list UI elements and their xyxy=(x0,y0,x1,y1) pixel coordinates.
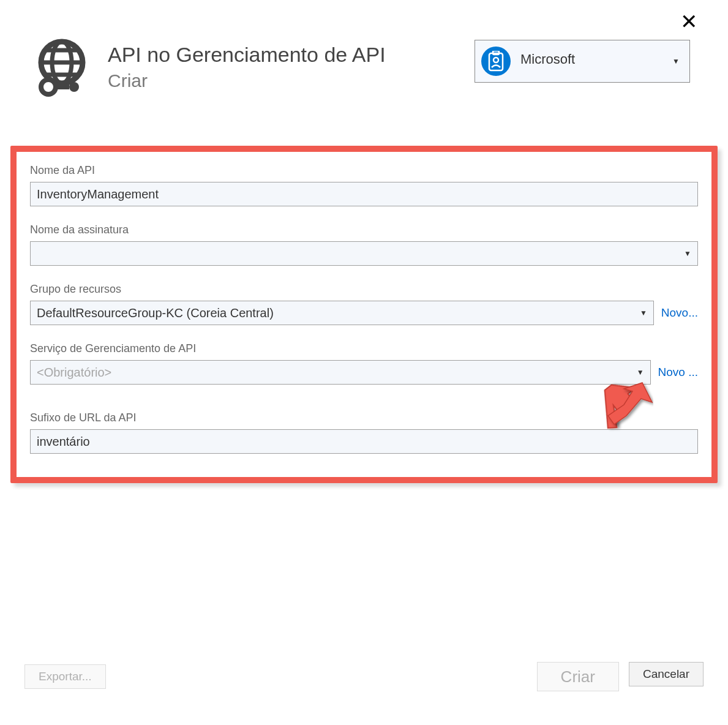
url-suffix-input[interactable] xyxy=(30,429,698,454)
chevron-down-icon: ▼ xyxy=(637,368,644,377)
account-name: Microsoft xyxy=(520,51,662,71)
chevron-down-icon: ▼ xyxy=(640,309,647,317)
chevron-down-icon: ▼ xyxy=(684,249,691,258)
create-button[interactable]: Criar xyxy=(537,662,619,691)
svg-point-5 xyxy=(41,80,56,94)
resource-group-new-link[interactable]: Novo... xyxy=(661,306,698,320)
dialog-footer: Exportar... Criar Cancelar xyxy=(24,662,704,691)
chevron-down-icon: ▼ xyxy=(672,57,680,66)
apim-service-placeholder: <Obrigatório> xyxy=(37,366,111,380)
url-suffix-label: Sufixo de URL da API xyxy=(30,411,698,424)
apim-service-dropdown[interactable]: <Obrigatório> ▼ xyxy=(30,360,651,385)
resource-group-label: Grupo de recursos xyxy=(30,283,698,296)
svg-point-10 xyxy=(493,58,498,62)
resource-group-value: DefaultResourceGroup-KC (Coreia Central) xyxy=(37,306,274,320)
subscription-label: Nome da assinatura xyxy=(30,224,698,236)
apim-service-label: Serviço de Gerenciamento de API xyxy=(30,342,698,355)
close-button[interactable]: ✕ xyxy=(680,11,697,32)
export-button[interactable]: Exportar... xyxy=(24,664,106,689)
subscription-dropdown[interactable]: ▼ xyxy=(30,241,698,266)
account-selector[interactable]: Microsoft ▼ xyxy=(475,40,690,83)
resource-group-dropdown[interactable]: DefaultResourceGroup-KC (Coreia Central)… xyxy=(30,301,654,325)
api-name-input[interactable] xyxy=(30,182,698,206)
apim-service-new-link[interactable]: Novo ... xyxy=(658,366,698,379)
cancel-button[interactable]: Cancelar xyxy=(629,662,704,686)
globe-api-icon xyxy=(32,36,97,97)
account-avatar-icon xyxy=(481,47,511,76)
svg-point-7 xyxy=(69,82,79,92)
form-container: Nome da API Nome da assinatura ▼ Grupo d… xyxy=(10,146,718,483)
api-name-label: Nome da API xyxy=(30,164,698,177)
